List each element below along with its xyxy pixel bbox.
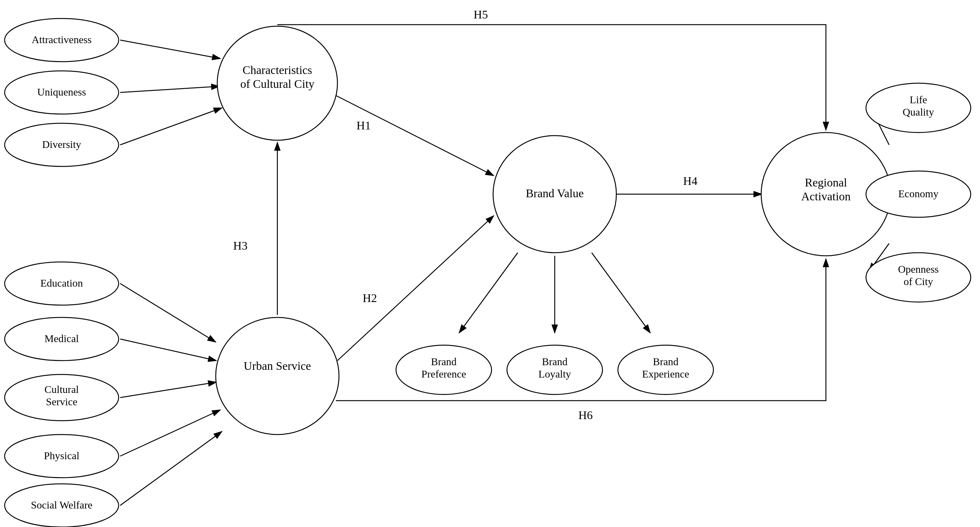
h1-label: H1 [356,119,371,132]
brand-experience-label1: Brand [653,356,678,367]
characteristics-label1: Characteristics [243,64,312,76]
cultural-service-label2: Service [46,396,77,408]
social-welfare-label: Social Welfare [31,499,92,511]
diversity-label: Diversity [42,139,81,150]
arrow-cultural-service [120,382,216,398]
arrow-brand-experience [592,253,650,333]
life-quality-label1: Life [910,94,927,105]
h3-label: H3 [233,239,247,252]
h5-label: H5 [474,8,488,21]
brand-value-label: Brand Value [526,187,584,200]
brand-experience-label2: Experience [642,368,689,380]
characteristics-label2: of Cultural City [240,77,315,90]
uniqueness-label: Uniqueness [37,86,86,98]
arrow-diversity [120,108,222,145]
life-quality-label2: Quality [903,106,934,118]
economy-label: Economy [898,188,939,199]
education-label: Education [40,277,83,289]
cultural-service-label1: Cultural [45,384,79,395]
physical-label: Physical [44,450,79,461]
urban-service-node [216,317,339,435]
arrow-h5 [277,25,826,130]
arrow-physical [120,410,220,456]
arrow-education [120,283,216,342]
h2-label: H2 [363,291,377,304]
arrow-uniqueness [120,86,220,92]
attractiveness-label: Attractiveness [32,34,92,45]
diagram-svg: Characteristics of Cultural City Brand V… [0,0,980,527]
brand-preference-label2: Preference [421,368,466,380]
arrow-medical [120,339,216,361]
regional-activation-label2: Activation [801,190,851,203]
brand-loyalty-label2: Loyalty [538,368,571,380]
h4-label: H4 [683,174,697,187]
openness-label2: of City [904,276,933,287]
urban-service-label1: Urban Service [244,359,311,372]
regional-activation-label1: Regional [805,176,847,189]
h6-label: H6 [578,409,593,422]
arrow-attractiveness [120,40,220,59]
arrow-brand-preference [459,253,518,333]
arrow-social-welfare [120,431,222,505]
brand-preference-label1: Brand [431,356,457,367]
arrow-h2 [337,216,494,361]
medical-label: Medical [45,333,79,344]
arrow-h1 [336,96,494,176]
brand-loyalty-label1: Brand [542,356,567,367]
openness-label1: Openness [898,263,939,275]
